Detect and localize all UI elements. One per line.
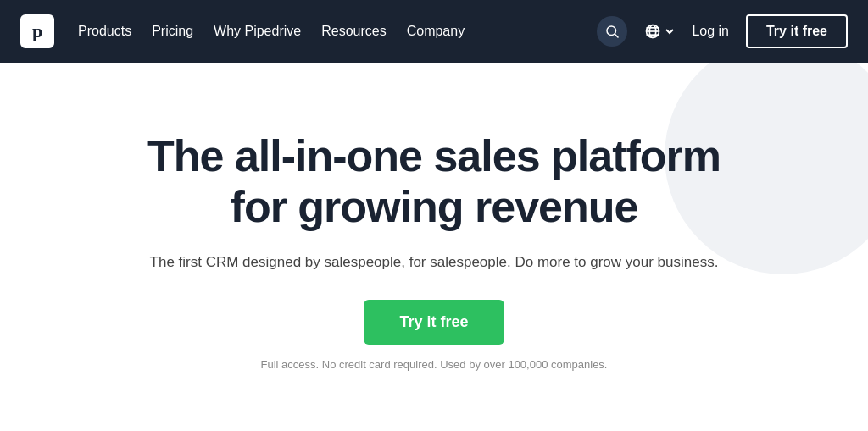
svg-point-0 xyxy=(607,26,616,36)
hero-subtitle: The first CRM designed by salespeople, f… xyxy=(137,251,731,274)
nav-item-company[interactable]: Company xyxy=(407,24,465,39)
try-it-free-hero-button[interactable]: Try it free xyxy=(364,300,504,345)
language-selector[interactable] xyxy=(644,23,675,40)
logo[interactable]: p xyxy=(20,14,54,48)
nav-item-pricing[interactable]: Pricing xyxy=(152,24,193,39)
hero-section: The all-in-one sales platform for growin… xyxy=(0,63,868,431)
logo-letter: p xyxy=(32,20,42,42)
hero-note: Full access. No credit card required. Us… xyxy=(137,358,731,371)
hero-content: The all-in-one sales platform for growin… xyxy=(137,131,731,371)
hero-title: The all-in-one sales platform for growin… xyxy=(137,131,731,233)
nav-item-resources[interactable]: Resources xyxy=(321,24,386,39)
login-button[interactable]: Log in xyxy=(692,24,729,39)
try-it-free-nav-button[interactable]: Try it free xyxy=(746,14,848,48)
nav-item-products[interactable]: Products xyxy=(78,24,131,39)
chevron-down-icon xyxy=(665,26,675,36)
search-button[interactable] xyxy=(597,16,627,47)
svg-line-1 xyxy=(615,34,619,37)
search-icon xyxy=(604,24,620,39)
navbar: p Products Pricing Why Pipedrive Resourc… xyxy=(0,0,868,63)
navbar-right: Log in Try it free xyxy=(597,14,848,48)
nav-item-why-pipedrive[interactable]: Why Pipedrive xyxy=(214,24,301,39)
nav-links: Products Pricing Why Pipedrive Resources… xyxy=(78,24,465,39)
globe-icon xyxy=(644,23,661,40)
navbar-left: p Products Pricing Why Pipedrive Resourc… xyxy=(20,14,465,48)
